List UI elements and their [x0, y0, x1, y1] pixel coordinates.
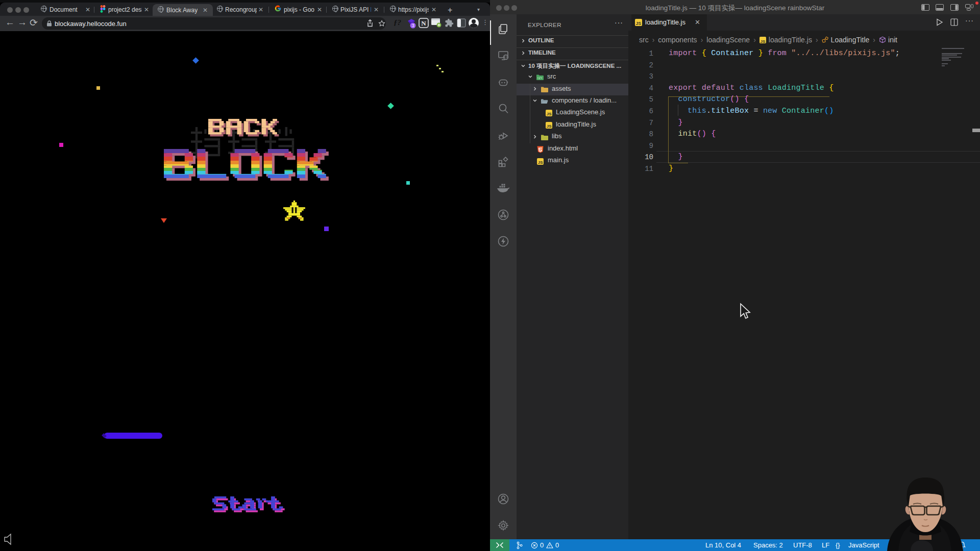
svg-text:3: 3 [412, 23, 414, 28]
svg-text:N: N [421, 19, 426, 27]
